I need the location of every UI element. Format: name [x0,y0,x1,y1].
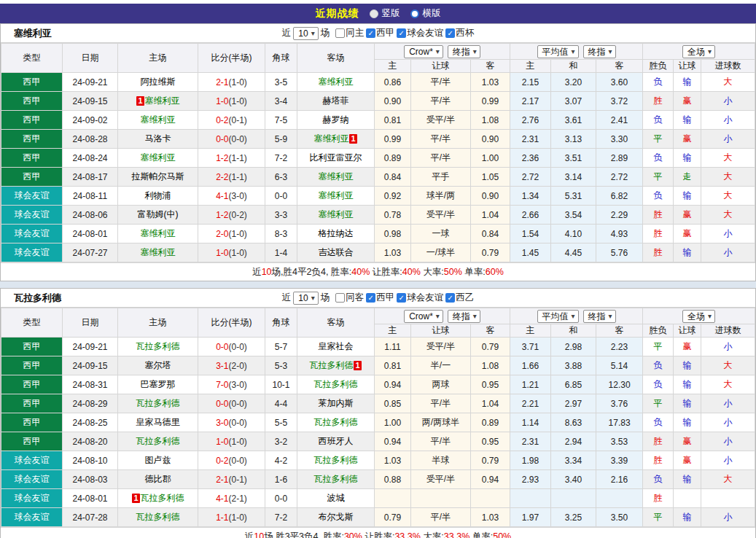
team-name: 塞维利亚 [14,27,52,40]
team-name-link[interactable]: 瓦拉多利德 [314,417,358,427]
recent-count-select[interactable]: 10▾ [293,292,318,305]
team-name-link[interactable]: 马洛卡 [145,133,171,144]
summary-text: 单率: [469,531,493,538]
team-name-link[interactable]: 皇家马德里 [136,417,180,427]
average-select[interactable]: 平均值▾ [537,310,579,323]
team-name-link[interactable]: 塞维利亚 [319,171,354,182]
final-odds-select[interactable]: 终指▾ [448,310,480,323]
league-checkbox[interactable]: ✓ [366,28,375,38]
team-name-link[interactable]: 西班牙人 [319,436,354,446]
league-filter-2[interactable]: ✓ 球会友谊 [397,27,443,39]
league-checkbox[interactable]: ✓ [445,293,455,303]
away-odds-cell: 0.79 [471,451,510,470]
home-team-cell: 皇家马德里 [118,413,198,432]
league-checkbox[interactable]: ✓ [397,28,406,38]
away-team-cell: 瓦拉多利德1 [297,356,375,375]
scope-select[interactable]: 全场▾ [682,310,715,323]
team-name-link[interactable]: 塞维利亚 [319,190,354,200]
recent-count-select[interactable]: 10▾ [293,27,318,40]
team-name-link[interactable]: 瓦拉多利德 [136,398,180,408]
league-filter-1[interactable]: ✓ 西甲 [366,292,394,304]
avg-home-cell: 2.17 [510,92,551,111]
team-name-link[interactable]: 瓦拉多利德 [314,379,358,389]
chevron-down-icon: ▾ [311,28,315,39]
summary-stat-value: 33.3% [444,531,469,538]
radio-unchecked-icon[interactable] [410,9,419,18]
team-name-link[interactable]: 塞维利亚 [319,77,354,87]
home-team-cell: 1塞维利亚 [118,92,198,111]
team-name-link[interactable]: 莱加内斯 [319,398,354,408]
team-name-link[interactable]: 阿拉维斯 [141,77,176,87]
matches-label: 场 [321,27,330,39]
team-name-link[interactable]: 瓦拉多利德 [136,341,180,351]
team-name-link[interactable]: 富勒姆(中) [138,209,179,219]
chevron-down-icon: ▾ [572,47,575,57]
team-name-link[interactable]: 皇家社会 [319,341,354,351]
team-name-link[interactable]: 瓦拉多利德 [136,436,180,446]
team-name-link[interactable]: 塞维利亚 [141,228,176,238]
match-row: 球会友谊24-08-011瓦拉多利德4-1(2-1)0-0波城胜 [1,489,755,508]
team-name-link[interactable]: 图卢兹 [145,455,171,465]
avg-away-cell: 3.72 [596,92,643,111]
team-name-link[interactable]: 塞维利亚 [319,209,354,219]
bookmaker-select[interactable]: Crow*▾ [404,45,443,58]
team-name-link[interactable]: 比利亚雷亚尔 [310,152,362,163]
horizontal-layout-label: 横版 [423,7,441,20]
league-label: 西甲 [376,27,394,39]
league-filter-2[interactable]: ✓ 球会友谊 [397,292,443,304]
avg-away-cell: 5.76 [596,243,643,262]
team-name-link[interactable]: 塞维利亚 [141,152,176,163]
team-name-link[interactable]: 吉达联合 [319,247,354,257]
team-name-link[interactable]: 波城 [327,493,345,503]
same-venue-option[interactable]: 同客 [335,292,364,304]
team-name-link[interactable]: 瓦拉多利德 [136,512,180,522]
league-checkbox[interactable]: ✓ [397,293,406,303]
corner-cell: 0-0 [265,187,297,206]
same-venue-checkbox[interactable] [335,293,345,303]
final-odds-select-2[interactable]: 终指▾ [583,45,616,58]
corner-cell: 7-2 [265,508,297,527]
team-name-link[interactable]: 塞维利亚 [145,95,180,106]
team-name-link[interactable]: 塞维利亚 [141,247,176,257]
scope-select[interactable]: 全场▾ [682,45,715,58]
final-odds-select-2[interactable]: 终指▾ [583,310,616,323]
same-venue-checkbox[interactable] [335,28,345,38]
avg-home-cell: 2.36 [510,149,551,168]
team-name-link[interactable]: 瓦拉多利德 [141,493,184,503]
radio-checked-icon[interactable] [370,9,378,18]
away-team-cell: 西班牙人 [297,432,375,451]
final-odds-select[interactable]: 终指▾ [448,45,480,58]
team-name-link[interactable]: 格拉纳达 [319,228,354,238]
away-odds-cell: 0.94 [471,470,510,489]
team-name-link[interactable]: 赫罗纳 [323,114,349,125]
average-select[interactable]: 平均值▾ [537,45,579,58]
vertical-layout-option[interactable]: 竖版 [370,7,400,20]
league-filter-3[interactable]: ✓ 西杯 [445,27,474,39]
team-name-link[interactable]: 瓦拉多利德 [314,455,358,465]
team-name-link[interactable]: 赫塔菲 [323,95,349,106]
league-checkbox[interactable]: ✓ [445,28,455,38]
bookmaker-select[interactable]: Crow*▾ [404,310,443,323]
team-name-link[interactable]: 德比郡 [145,474,171,484]
team-name-link[interactable]: 布尔戈斯 [319,512,354,522]
team-name-link[interactable]: 拉斯帕尔马斯 [132,171,184,182]
horizontal-layout-option[interactable]: 横版 [410,7,441,20]
team-name-link[interactable]: 瓦拉多利德 [314,474,358,484]
team-name-link[interactable]: 塞维利亚 [313,133,348,144]
col-score: 比分(半场) [198,308,265,338]
same-venue-option[interactable]: 同主 [335,27,364,39]
goals-result-cell: 小 [701,243,755,262]
team-name-link[interactable]: 巴塞罗那 [141,379,176,389]
team-name-link[interactable]: 塞维利亚 [141,114,176,125]
avg-draw-cell: 3.54 [551,206,596,225]
team-name-link[interactable]: 利物浦 [145,190,171,200]
away-odds-cell: 1.00 [471,149,510,168]
team-name-link[interactable]: 塞尔塔 [145,360,171,370]
goals-result-cell [701,489,755,508]
team-name-link[interactable]: 瓦拉多利德 [309,360,353,370]
chevron-down-icon: ▾ [609,47,612,57]
league-checkbox[interactable]: ✓ [366,293,375,303]
league-filter-3[interactable]: ✓ 西乙 [445,292,474,304]
league-filter-1[interactable]: ✓ 西甲 [366,27,394,39]
col-corner: 角球 [265,44,297,73]
